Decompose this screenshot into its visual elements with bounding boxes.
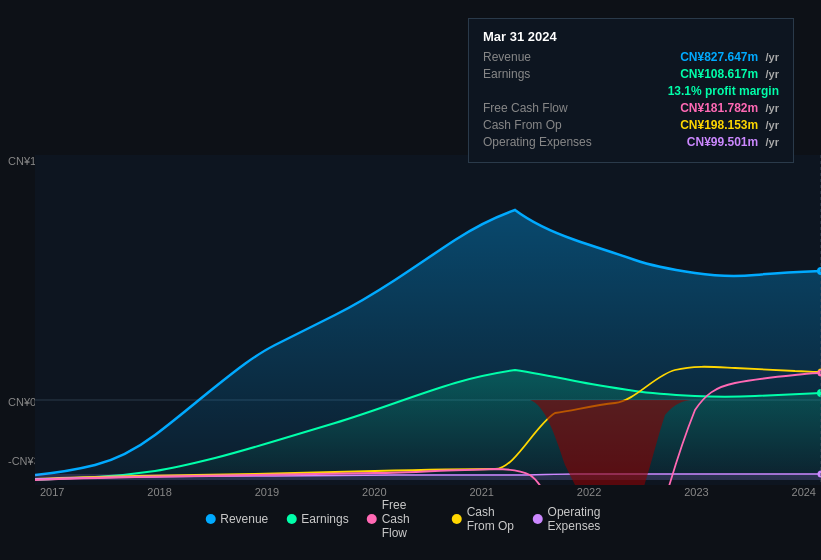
legend-opex[interactable]: Operating Expenses	[533, 505, 616, 533]
tooltip-fcf-row: Free Cash Flow CN¥181.782m /yr	[483, 101, 779, 115]
tooltip-revenue-row: Revenue CN¥827.647m /yr	[483, 50, 779, 64]
tooltip-cashfromop-label: Cash From Op	[483, 118, 603, 132]
tooltip-cashfromop-row: Cash From Op CN¥198.153m /yr	[483, 118, 779, 132]
legend-cashfromop[interactable]: Cash From Op	[452, 505, 515, 533]
x-axis: 2017 2018 2019 2020 2021 2022 2023 2024	[35, 486, 821, 498]
chart-svg	[35, 155, 821, 485]
legend-label-fcf: Free Cash Flow	[382, 498, 434, 540]
x-label-2017: 2017	[40, 486, 64, 498]
tooltip-date: Mar 31 2024	[483, 29, 779, 44]
tooltip-earnings-value: CN¥108.617m /yr	[680, 67, 779, 81]
legend-label-earnings: Earnings	[301, 512, 348, 526]
tooltip-opex-value: CN¥99.501m /yr	[687, 135, 779, 149]
legend-dot-earnings	[286, 514, 296, 524]
tooltip-fcf-label: Free Cash Flow	[483, 101, 603, 115]
tooltip-fcf-value: CN¥181.782m /yr	[680, 101, 779, 115]
legend: Revenue Earnings Free Cash Flow Cash Fro…	[205, 498, 616, 540]
legend-label-cashfromop: Cash From Op	[467, 505, 515, 533]
legend-label-opex: Operating Expenses	[548, 505, 616, 533]
legend-dot-fcf	[367, 514, 377, 524]
tooltip-profit-margin-value: 13.1% profit margin	[668, 84, 779, 98]
legend-revenue[interactable]: Revenue	[205, 512, 268, 526]
tooltip-revenue-value: CN¥827.647m /yr	[680, 50, 779, 64]
tooltip-revenue-label: Revenue	[483, 50, 603, 64]
tooltip-opex-label: Operating Expenses	[483, 135, 603, 149]
x-label-2024: 2024	[792, 486, 816, 498]
x-label-2020: 2020	[362, 486, 386, 498]
x-label-2018: 2018	[147, 486, 171, 498]
legend-earnings[interactable]: Earnings	[286, 512, 348, 526]
legend-fcf[interactable]: Free Cash Flow	[367, 498, 434, 540]
x-label-2021: 2021	[469, 486, 493, 498]
tooltip-opex-row: Operating Expenses CN¥99.501m /yr	[483, 135, 779, 149]
tooltip-box: Mar 31 2024 Revenue CN¥827.647m /yr Earn…	[468, 18, 794, 163]
legend-dot-revenue	[205, 514, 215, 524]
legend-label-revenue: Revenue	[220, 512, 268, 526]
tooltip-earnings-row: Earnings CN¥108.617m /yr	[483, 67, 779, 81]
x-label-2022: 2022	[577, 486, 601, 498]
y-label-zero: CN¥0	[8, 396, 36, 408]
tooltip-earnings-label: Earnings	[483, 67, 603, 81]
tooltip-profit-margin-row: 13.1% profit margin	[483, 84, 779, 98]
chart-container: Mar 31 2024 Revenue CN¥827.647m /yr Earn…	[0, 0, 821, 560]
x-label-2019: 2019	[255, 486, 279, 498]
tooltip-cashfromop-value: CN¥198.153m /yr	[680, 118, 779, 132]
legend-dot-cashfromop	[452, 514, 462, 524]
x-label-2023: 2023	[684, 486, 708, 498]
legend-dot-opex	[533, 514, 543, 524]
